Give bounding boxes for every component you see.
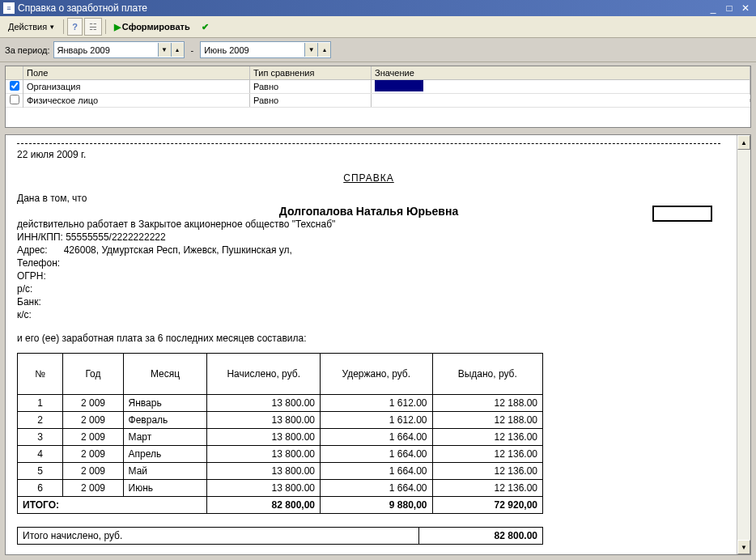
settings-button[interactable]: ☵ [84, 18, 102, 36]
filter-checkbox[interactable] [10, 81, 19, 91]
chevron-down-icon[interactable]: ▼ [158, 43, 171, 57]
cell-hold: 1 664.00 [321, 463, 433, 480]
period-from-combo[interactable]: ▼ ▴ [53, 41, 185, 58]
report-addr: Адрес: 426008, Удмуртская Респ, Ижевск, … [17, 244, 720, 257]
report-tel: Телефон: [17, 257, 720, 269]
cell-month: Февраль [123, 412, 207, 429]
th-acc: Начислено, руб. [207, 354, 321, 395]
check-icon: ✔ [202, 22, 209, 32]
th-hold: Удержано, руб. [321, 354, 433, 395]
period-row: За период: ▼ ▴ - ▼ ▴ [0, 38, 756, 62]
filter-header-val: Значение [372, 66, 750, 79]
actions-menu[interactable]: Действия ▼ [3, 19, 60, 35]
th-year: Год [63, 354, 123, 395]
filter-empty-area [6, 108, 750, 127]
period-to-combo[interactable]: ▼ ▴ [200, 41, 331, 58]
summary-table: Итого начислено, руб. 82 800.00 [17, 527, 543, 545]
scroll-down-button[interactable]: ▼ [737, 540, 750, 554]
filter-header-cmp: Тип сравнения [250, 66, 372, 79]
total-hold: 9 880,00 [321, 497, 433, 514]
report-content: 22 июля 2009 г. СПРАВКА Дана в том, что … [6, 135, 737, 554]
window-title: Справка о заработной плате [18, 2, 147, 14]
filter-header-field: Поле [23, 66, 250, 79]
cell-year: 2 009 [63, 429, 123, 446]
cell-paid: 12 136.00 [432, 446, 543, 463]
cell-hold: 1 664.00 [321, 480, 433, 497]
report-rs: р/с: [17, 283, 720, 295]
filter-checkbox[interactable] [10, 95, 19, 104]
stepper-icon[interactable]: ▴ [171, 43, 184, 57]
filter-field: Физическое лицо [23, 94, 250, 107]
cell-acc: 13 800.00 [207, 395, 321, 412]
toolbar: Действия ▼ ? ☵ ▶ Сформировать ✔ [0, 16, 756, 38]
filter-val[interactable] [372, 78, 750, 95]
separator [105, 19, 106, 34]
report-works: действительно работает в Закрытое акцион… [17, 218, 720, 231]
cell-hold: 1 664.00 [321, 446, 433, 463]
cell-year: 2 009 [63, 446, 123, 463]
report-given: Дана в том, что [17, 193, 720, 205]
stamp-placeholder [652, 206, 712, 222]
report-ogrn: ОГРН: [17, 270, 720, 282]
cell-paid: 12 136.00 [432, 463, 543, 480]
scroll-up-button[interactable]: ▲ [737, 135, 750, 150]
total-paid: 72 920,00 [432, 497, 543, 514]
scroll-track[interactable] [737, 150, 750, 540]
period-label: За период: [5, 45, 50, 55]
cell-n: 6 [18, 480, 63, 497]
period-from-input[interactable] [54, 43, 158, 57]
filter-grid: Поле Тип сравнения Значение ОрганизацияР… [5, 66, 751, 128]
total-acc: 82 800,00 [207, 497, 321, 514]
settings-icon: ☵ [89, 22, 97, 32]
cell-n: 3 [18, 429, 63, 446]
summary-row: Итого начислено, руб. 82 800.00 [18, 528, 543, 545]
period-to-input[interactable] [201, 43, 304, 57]
cell-month: Май [123, 463, 207, 480]
cell-paid: 12 188.00 [432, 412, 543, 429]
report-bank: Банк: [17, 296, 720, 308]
table-total-row: ИТОГО: 82 800,00 9 880,00 72 920,00 [18, 497, 543, 514]
apply-button[interactable]: ✔ [197, 19, 214, 35]
filter-val[interactable] [372, 99, 750, 102]
filter-row[interactable]: ОрганизацияРавно [6, 80, 750, 94]
salary-table: № Год Месяц Начислено, руб. Удержано, ру… [17, 353, 543, 514]
maximize-button[interactable]: □ [722, 2, 737, 15]
table-row: 42 009Апрель13 800.001 664.0012 136.00 [18, 446, 543, 463]
cell-month: Июнь [123, 480, 207, 497]
filter-cmp: Равно [250, 80, 372, 93]
close-button[interactable]: ✕ [738, 2, 753, 15]
cell-acc: 13 800.00 [207, 446, 321, 463]
cell-hold: 1 612.00 [321, 412, 433, 429]
filter-field: Организация [23, 80, 250, 93]
cell-year: 2 009 [63, 412, 123, 429]
cell-acc: 13 800.00 [207, 480, 321, 497]
cell-month: Март [123, 429, 207, 446]
cell-paid: 12 136.00 [432, 480, 543, 497]
cell-month: Январь [123, 395, 207, 412]
cell-acc: 13 800.00 [207, 463, 321, 480]
report-inn: ИНН/КПП: 55555555/2222222222 [17, 231, 720, 244]
chevron-down-icon[interactable]: ▼ [304, 43, 317, 57]
help-button[interactable]: ? [67, 18, 83, 36]
stepper-icon[interactable]: ▴ [317, 43, 330, 57]
separator [63, 19, 64, 34]
cell-paid: 12 188.00 [432, 395, 543, 412]
help-icon: ? [72, 22, 78, 32]
cell-acc: 13 800.00 [207, 429, 321, 446]
report-person: Долгопалова Наталья Юрьевна [17, 206, 720, 218]
cell-acc: 13 800.00 [207, 412, 321, 429]
generate-button[interactable]: ▶ Сформировать [109, 19, 195, 35]
titlebar: ≡ Справка о заработной плате _ □ ✕ [0, 0, 756, 16]
th-n: № [18, 354, 63, 395]
filter-cmp: Равно [250, 94, 372, 107]
table-row: 22 009Февраль13 800.001 612.0012 188.00 [18, 412, 543, 429]
actions-label: Действия [8, 22, 47, 32]
minimize-button[interactable]: _ [706, 2, 720, 15]
th-month: Месяц [123, 354, 207, 395]
filter-row[interactable]: Физическое лицоРавно [6, 94, 750, 108]
vertical-scrollbar[interactable]: ▲ ▼ [737, 135, 750, 554]
play-icon: ▶ [114, 22, 121, 32]
page-break-line [17, 143, 720, 144]
table-row: 52 009Май13 800.001 664.0012 136.00 [18, 463, 543, 480]
cell-month: Апрель [123, 446, 207, 463]
